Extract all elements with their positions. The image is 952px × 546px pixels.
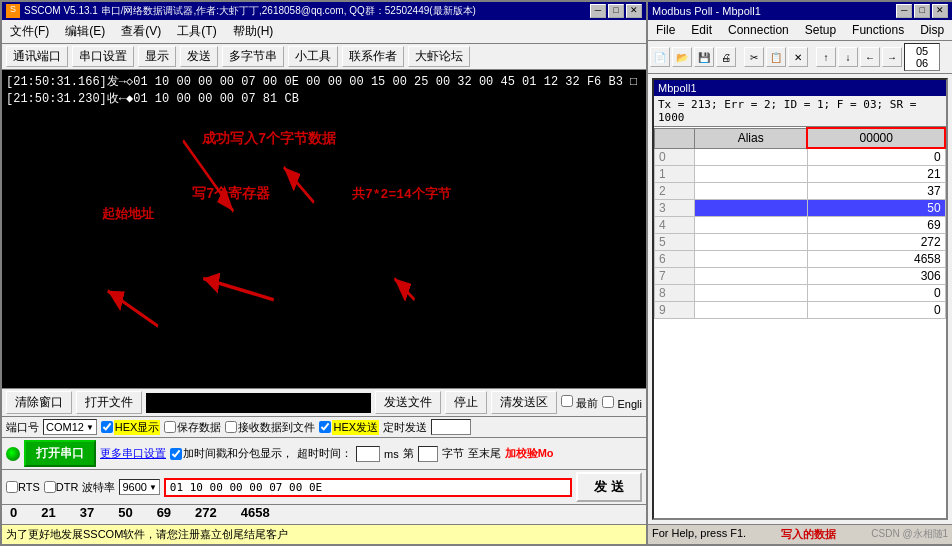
row-alias xyxy=(695,148,808,166)
baud-combo[interactable]: 9600 ▼ xyxy=(119,479,159,495)
menu-tools[interactable]: 工具(T) xyxy=(173,22,220,41)
send-file-button[interactable]: 发送文件 xyxy=(375,391,441,414)
english-checkbox[interactable] xyxy=(602,396,614,408)
table-row: 90 xyxy=(655,302,946,319)
menu-help[interactable]: 帮助(H) xyxy=(229,22,278,41)
row-alias xyxy=(695,251,808,268)
menu-file[interactable]: 文件(F) xyxy=(6,22,53,41)
right-menu-file[interactable]: File xyxy=(652,22,679,38)
send-area[interactable] xyxy=(146,393,371,413)
close-button[interactable]: ✕ xyxy=(626,4,642,18)
port-combo[interactable]: COM12 ▼ xyxy=(43,419,97,435)
right-maximize-button[interactable]: □ xyxy=(914,4,930,18)
hex-send-checkbox[interactable] xyxy=(319,421,331,433)
rts-checkbox[interactable] xyxy=(6,481,18,493)
right-menu-setup[interactable]: Setup xyxy=(801,22,840,38)
tools-btn[interactable]: 小工具 xyxy=(288,46,338,67)
left-panel: S SSCOM V5.13.1 串口/网络数据调试器,作者:大虾丁丁,26180… xyxy=(0,0,648,546)
table-row: 237 xyxy=(655,183,946,200)
open-file-button[interactable]: 打开文件 xyxy=(76,391,142,414)
row-number: 5 xyxy=(655,234,695,251)
cut-icon[interactable]: ✂ xyxy=(744,47,764,67)
forum-btn[interactable]: 大虾论坛 xyxy=(408,46,470,67)
page-input[interactable]: 1 xyxy=(418,446,438,462)
clear-window-button[interactable]: 清除窗口 xyxy=(6,391,72,414)
serial-controls: 更多串口设置 xyxy=(100,446,166,461)
right-menu-edit[interactable]: Edit xyxy=(687,22,716,38)
comm-port-btn[interactable]: 通讯端口 xyxy=(6,46,68,67)
row-number: 6 xyxy=(655,251,695,268)
dtr-checkbox[interactable] xyxy=(44,481,56,493)
right-title-text: Modbus Poll - Mbpoll1 xyxy=(652,5,761,17)
save-data-checkbox[interactable] xyxy=(164,421,176,433)
rts-label: RTS xyxy=(6,481,40,493)
last-checkbox[interactable] xyxy=(561,395,573,407)
row-value: 0 xyxy=(807,285,945,302)
row-value: 272 xyxy=(807,234,945,251)
hex-display-checkbox[interactable] xyxy=(101,421,113,433)
mbpoll-status: Tx = 213; Err = 2; ID = 1; F = 03; SR = … xyxy=(654,96,946,127)
new-icon[interactable]: 📄 xyxy=(650,47,670,67)
right-minimize-button[interactable]: ─ xyxy=(896,4,912,18)
svg-line-3 xyxy=(108,291,158,326)
timed-value-input[interactable]: 1000 xyxy=(431,419,471,435)
row-alias xyxy=(695,166,808,183)
mbpoll-table: Alias 00000 0012123735046952726465873068… xyxy=(654,127,946,518)
menu-view[interactable]: 查看(V) xyxy=(117,22,165,41)
csdn-tag: CSDN @永相随1 xyxy=(871,527,948,542)
save-icon[interactable]: 💾 xyxy=(694,47,714,67)
led-indicator xyxy=(6,447,20,461)
more-settings-link[interactable]: 更多串口设置 xyxy=(100,446,166,461)
minimize-button[interactable]: ─ xyxy=(590,4,606,18)
print-icon[interactable]: 🖨 xyxy=(716,47,736,67)
contact-btn[interactable]: 联系作者 xyxy=(342,46,404,67)
send-button[interactable]: 发 送 xyxy=(576,472,642,502)
col-value-header: 00000 xyxy=(807,128,945,148)
send-menu-btn[interactable]: 发送 xyxy=(180,46,218,67)
row-number: 2 xyxy=(655,183,695,200)
svg-line-2 xyxy=(284,167,314,202)
right-menu-connection[interactable]: Connection xyxy=(724,22,793,38)
content-wrapper: [21:50:31.166]发→◇01 10 00 00 00 07 00 0E… xyxy=(2,70,646,388)
notice-bar: 为了更好地发展SSCOM软件，请您注册嘉立创尾结尾客户 xyxy=(2,524,646,544)
delete-icon[interactable]: ✕ xyxy=(788,47,808,67)
maximize-button[interactable]: □ xyxy=(608,4,624,18)
right-icon[interactable]: → xyxy=(882,47,902,67)
menu-edit[interactable]: 编辑(E) xyxy=(61,22,109,41)
mbpoll-title: Mbpoll1 xyxy=(654,80,946,96)
right-menu-functions[interactable]: Functions xyxy=(848,22,908,38)
hex-display-checkbox-label: HEX显示 xyxy=(101,420,161,435)
open-icon[interactable]: 📂 xyxy=(672,47,692,67)
timeout-input[interactable]: 20 xyxy=(356,446,380,462)
down-icon[interactable]: ↓ xyxy=(838,47,858,67)
stop-button[interactable]: 停止 xyxy=(445,391,487,414)
annotation-start-address: 起始地址 xyxy=(102,205,154,223)
page-label: 第 xyxy=(403,446,414,461)
up-icon[interactable]: ↑ xyxy=(816,47,836,67)
row-number: 9 xyxy=(655,302,695,319)
add-timestamp-label: 加时间戳和分包显示， xyxy=(170,446,293,461)
left-toolbar: 通讯端口 串口设置 显示 发送 多字节串 小工具 联系作者 大虾论坛 xyxy=(2,44,646,70)
svg-line-4 xyxy=(203,278,273,299)
open-port-button[interactable]: 打开串口 xyxy=(24,440,96,467)
row-number: 4 xyxy=(655,217,695,234)
row-alias xyxy=(695,217,808,234)
baud-label: 波特率 xyxy=(82,480,115,495)
row-value: 69 xyxy=(807,217,945,234)
display-btn[interactable]: 显示 xyxy=(138,46,176,67)
multibyte-btn[interactable]: 多字节串 xyxy=(222,46,284,67)
left-icon[interactable]: ← xyxy=(860,47,880,67)
row-alias xyxy=(695,268,808,285)
data-table: Alias 00000 0012123735046952726465873068… xyxy=(654,127,946,319)
right-close-button[interactable]: ✕ xyxy=(932,4,948,18)
add-timestamp-checkbox[interactable] xyxy=(170,448,182,460)
copy-icon[interactable]: 📋 xyxy=(766,47,786,67)
right-menu-disp[interactable]: Disp xyxy=(916,22,948,38)
recv-file-checkbox[interactable] xyxy=(225,421,237,433)
table-row: 7306 xyxy=(655,268,946,285)
left-title-bar: S SSCOM V5.13.1 串口/网络数据调试器,作者:大虾丁丁,26180… xyxy=(2,2,646,20)
hex-send-checkbox-label: HEX发送 xyxy=(319,420,379,435)
log-line-2: [21:50:31.230]收←◆01 10 00 00 00 07 81 CB xyxy=(6,91,642,108)
clear-send-button[interactable]: 清发送区 xyxy=(491,391,557,414)
serial-settings-btn[interactable]: 串口设置 xyxy=(72,46,134,67)
